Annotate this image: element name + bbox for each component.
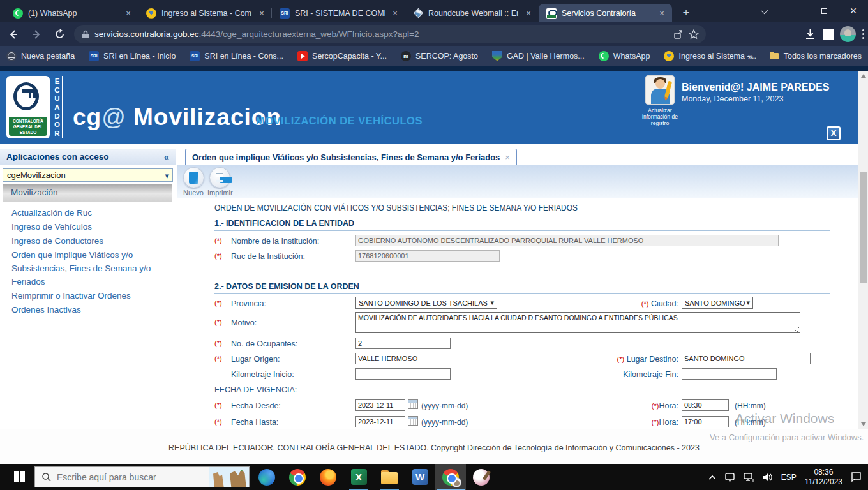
search-daily-image[interactable] (209, 466, 249, 487)
tab-servicios-contraloria[interactable]: Servicios Contraloría × (539, 4, 672, 22)
form-toolbar: Nuevo Imprimir (177, 165, 858, 198)
document-tab-close-icon[interactable]: × (505, 152, 510, 162)
application-select[interactable]: cgeMovilizacion ▾ (3, 168, 173, 182)
bookmark-sri-consultas[interactable]: SRI SRI en Línea - Cons... (190, 51, 283, 61)
back-icon[interactable] (4, 25, 23, 44)
new-button[interactable]: Nuevo (181, 167, 206, 197)
sidebar-group-header[interactable]: Movilización (3, 184, 172, 202)
tab-whatsapp[interactable]: (1) WhatsApp × (5, 4, 138, 22)
fecha-desde-input[interactable] (355, 399, 405, 411)
document-tabbar: Orden que implique Viáticos y/o Subsiste… (177, 149, 858, 165)
calendar-icon[interactable] (408, 416, 418, 426)
logo-caption: CONTRALORÍA GENERAL DEL ESTADO (9, 117, 47, 136)
forward-icon[interactable] (27, 25, 46, 44)
ciudad-label: Ciudad: (651, 299, 678, 308)
tab-sri[interactable]: SRI SRI - SISTEMA DE COMPROB × (272, 4, 405, 22)
tab-close-icon[interactable]: × (390, 8, 400, 19)
hora-desde-input[interactable] (682, 399, 729, 411)
taskbar-chrome-icon[interactable] (282, 464, 313, 490)
bookmark-star-icon[interactable] (688, 29, 700, 40)
ciudad-select[interactable]: SANTO DOMINGO ▾ (682, 297, 753, 309)
browser-profile-avatar[interactable] (840, 26, 856, 42)
tab-roundcube[interactable]: Roundcube Webmail :: Entra × (405, 4, 539, 22)
browser-menu-icon[interactable] (862, 29, 864, 39)
taskbar-firefox-icon[interactable] (313, 464, 343, 490)
window-minimize-button[interactable] (780, 0, 809, 22)
bookmark-ingreso-sistema[interactable]: Ingreso al Sistema -... (664, 51, 756, 61)
scrollbar-thumb[interactable] (860, 172, 867, 283)
motivo-textarea[interactable]: MOVILIZACIÓN DE AUTORIDADES HACIA LA CIU… (355, 312, 800, 333)
km-fin-input[interactable] (682, 368, 777, 380)
volume-icon[interactable] (763, 473, 773, 482)
sidebar-item-actualizacion-ruc[interactable]: Actualización de Ruc (11, 206, 170, 219)
bookmark-gad-valle-hermoso[interactable]: GAD | Valle Hermos... (492, 51, 585, 61)
tab-close-icon[interactable]: × (123, 8, 133, 19)
sidebar-item-orden-viaticos[interactable]: Orden que implique Viáticos y/o Subsiste… (11, 248, 170, 288)
document-tab-orden[interactable]: Orden que implique Viáticos y/o Subsiste… (185, 149, 517, 165)
bookmark-label: SERCOP: Agosto (415, 52, 478, 61)
taskbar-word-icon[interactable]: W (405, 464, 435, 490)
browser-tab-strip: (1) WhatsApp × Ingreso al Sistema - Comp… (0, 0, 868, 22)
nombre-label: Nombre de la Institución: (231, 237, 319, 246)
new-tab-button[interactable]: + (677, 4, 695, 22)
fecha-hasta-input[interactable] (355, 416, 405, 427)
taskbar-chrome-active-icon[interactable] (435, 464, 466, 490)
ecuador-crest-icon (146, 8, 156, 19)
taskbar-search[interactable] (34, 466, 250, 487)
cast-icon[interactable] (724, 473, 735, 482)
update-registration-link[interactable]: Actualizar información de registro (637, 107, 683, 126)
taskbar-excel-icon[interactable]: X (343, 464, 374, 490)
network-icon[interactable] (744, 473, 754, 482)
taskbar-edge-icon[interactable] (251, 464, 282, 490)
origen-input[interactable] (355, 353, 541, 364)
tab-close-icon[interactable]: × (257, 8, 267, 19)
scroll-up-icon[interactable] (858, 71, 868, 81)
scroll-down-icon[interactable] (858, 419, 868, 429)
calendar-icon[interactable] (408, 399, 418, 409)
ruc-input[interactable] (355, 250, 500, 262)
start-button[interactable] (5, 464, 33, 490)
bookmark-whatsapp[interactable]: WhatsApp (599, 51, 650, 61)
fecha-hasta-label: Fecha Hasta: (231, 418, 278, 427)
all-bookmarks-button[interactable]: Todos los marcadores (769, 51, 862, 61)
download-icon[interactable] (804, 28, 816, 40)
taskbar-explorer-icon[interactable] (374, 464, 405, 490)
sidebar-item-ordenes-inactivas[interactable]: Ordenes Inactivas (11, 303, 170, 316)
sidepanel-icon[interactable] (823, 29, 834, 40)
window-maximize-button[interactable] (809, 0, 839, 22)
nombre-input[interactable] (355, 235, 779, 246)
bookmarks-overflow-icon[interactable]: » (748, 51, 753, 61)
language-indicator[interactable]: ESP (781, 473, 797, 482)
user-avatar[interactable] (645, 75, 675, 105)
sidebar-collapse-icon[interactable]: « (164, 149, 169, 165)
bookmark-sercopcapacita[interactable]: SercopCapacita - Y... (297, 51, 387, 61)
app-close-button[interactable]: X (827, 126, 841, 140)
tab-search-chevron-icon[interactable] (751, 0, 780, 22)
bookmark-nueva-pestana[interactable]: Nueva pestaña (6, 51, 75, 61)
sidebar-item-ingreso-conductores[interactable]: Ingreso de Conductores (11, 234, 170, 248)
hidden-icons-chevron-icon[interactable] (708, 475, 716, 480)
taskbar-clock[interactable]: 08:36 11/12/2023 (805, 468, 842, 487)
bookmark-sri-inicio[interactable]: SRI SRI en Línea - Inicio (89, 51, 176, 61)
provincia-select[interactable]: SANTO DOMINGO DE LOS TSACHILAS ▾ (355, 297, 497, 309)
window-close-button[interactable]: × (839, 0, 868, 22)
action-center-icon[interactable] (851, 472, 862, 482)
print-button[interactable]: Imprimir (207, 167, 232, 197)
taskbar-paint-icon[interactable] (466, 464, 497, 490)
tab-close-icon[interactable]: × (523, 8, 534, 19)
km-inicio-input[interactable] (355, 368, 451, 380)
bookmark-sercop-agosto[interactable]: m SERCOP: Agosto (401, 51, 478, 61)
hora-hasta-input[interactable] (682, 416, 729, 427)
tab-ingreso-sistema[interactable]: Ingreso al Sistema - Compra × (138, 4, 272, 22)
sidebar-item-ingreso-vehiculos[interactable]: Ingreso de Vehículos (11, 220, 170, 234)
reload-icon[interactable] (50, 25, 69, 44)
sidebar-item-reimprimir[interactable]: Reimprimir o Inactivar Ordenes (11, 289, 170, 302)
page-scrollbar[interactable] (858, 71, 868, 429)
tab-close-icon[interactable]: × (657, 8, 667, 19)
share-icon[interactable] (673, 29, 684, 40)
sidebar: Aplicaciones con acceso « cgeMovilizacio… (0, 144, 176, 429)
address-bar[interactable]: servicios.contraloria.gob.ec:4443/cge_ar… (74, 25, 706, 43)
destino-input[interactable] (682, 353, 811, 364)
ocupantes-input[interactable] (355, 338, 451, 349)
search-input[interactable] (52, 472, 209, 482)
